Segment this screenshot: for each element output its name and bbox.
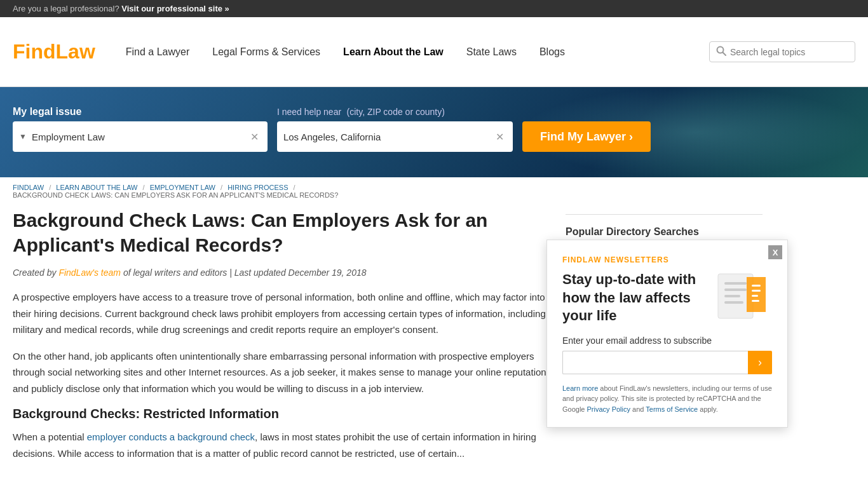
article-meta: Created by FindLaw's team of legal write… (13, 268, 553, 278)
chevron-down-icon[interactable]: ▼ (19, 132, 27, 141)
main-layout: Background Check Laws: Can Employers Ask… (0, 201, 868, 484)
article-body: A prospective employers have access to a… (13, 289, 553, 461)
top-banner: Are you a legal professional? Visit our … (0, 0, 868, 17)
article-title: Background Check Laws: Can Employers Ask… (13, 208, 553, 257)
svg-marker-7 (747, 277, 766, 312)
svg-rect-4 (724, 288, 747, 291)
site-header: FindLaw Find a Lawyer Legal Forms & Serv… (0, 17, 868, 87)
legal-issue-input[interactable] (32, 132, 248, 142)
section-heading: Background Checks: Restricted Informatio… (13, 407, 553, 421)
svg-line-1 (723, 53, 726, 56)
svg-rect-5 (724, 295, 740, 297)
subscribe-button[interactable]: › (748, 351, 772, 374)
location-input-wrapper: ✕ (277, 121, 513, 152)
lawyer-search-form: My legal issue ▼ ✕ I need help near (cit… (13, 106, 585, 152)
nav-blogs[interactable]: Blogs (528, 46, 576, 58)
newsletter-icon (715, 271, 772, 323)
legal-issue-input-wrapper: ▼ ✕ (13, 121, 268, 152)
nav-state-laws[interactable]: State Laws (455, 46, 528, 58)
breadcrumb: FINDLAW / LEARN ABOUT THE LAW / EMPLOYME… (0, 177, 868, 201)
sidebar-divider (566, 214, 763, 215)
professional-site-link[interactable]: Visit our professional site » (121, 4, 229, 13)
subscribe-label: Enter your email address to subscribe (562, 336, 772, 346)
content-area: Background Check Laws: Can Employers Ask… (13, 208, 566, 471)
search-input[interactable] (730, 47, 848, 57)
legal-issue-field: My legal issue ▼ ✕ (13, 106, 268, 152)
search-box (709, 41, 855, 62)
email-input[interactable] (562, 351, 748, 374)
legal-issue-label: My legal issue (13, 106, 268, 118)
svg-rect-11 (752, 300, 759, 302)
svg-rect-10 (752, 295, 758, 297)
background-check-link[interactable]: employer conducts a background check (87, 431, 255, 442)
clear-issue-button[interactable]: ✕ (248, 130, 261, 144)
newsletter-inner: Stay up-to-date with how the law affects… (562, 271, 772, 325)
sidebar: Popular Directory Searches Discriminatio… (566, 208, 763, 471)
nav-learn-law[interactable]: Learn About the Law (332, 46, 455, 58)
privacy-policy-link[interactable]: Privacy Policy (587, 405, 630, 413)
nav-legal-forms[interactable]: Legal Forms & Services (201, 46, 332, 58)
breadcrumb-current: BACKGROUND CHECK LAWS: CAN EMPLOYERS ASK… (13, 191, 338, 199)
find-lawyer-button[interactable]: Find My Lawyer › (522, 121, 651, 152)
author-link[interactable]: FindLaw's team (58, 268, 121, 278)
location-input[interactable] (283, 132, 493, 142)
findlaw-logo[interactable]: FindLaw (13, 40, 95, 64)
popular-searches-title: Popular Directory Searches (566, 226, 763, 238)
hero-section: My legal issue ▼ ✕ I need help near (cit… (0, 87, 868, 177)
breadcrumb-learn-law[interactable]: LEARN ABOUT THE LAW (56, 184, 137, 191)
body-paragraph-3: When a potential employer conducts a bac… (13, 429, 553, 461)
main-nav: Find a Lawyer Legal Forms & Services Lea… (114, 46, 696, 58)
newsletter-heading: Stay up-to-date with how the law affects… (562, 271, 707, 325)
location-field: I need help near (city, ZIP code or coun… (277, 106, 513, 152)
search-icon (716, 46, 726, 58)
email-row: › (562, 351, 772, 374)
newsletter-label: FINDLAW NEWSLETTERS (562, 255, 772, 264)
clear-location-button[interactable]: ✕ (493, 130, 506, 144)
tos-link[interactable]: Terms of Service (646, 405, 698, 413)
breadcrumb-hiring-process[interactable]: HIRING PROCESS (227, 184, 288, 191)
breadcrumb-findlaw[interactable]: FINDLAW (13, 184, 44, 191)
svg-rect-6 (724, 301, 743, 304)
newsletter-close-button[interactable]: X (768, 245, 782, 259)
learn-more-link[interactable]: Learn more (562, 384, 598, 392)
nav-find-lawyer[interactable]: Find a Lawyer (114, 46, 201, 58)
svg-rect-9 (752, 290, 761, 292)
banner-text: Are you a legal professional? (13, 4, 119, 13)
location-label: I need help near (city, ZIP code or coun… (277, 106, 513, 118)
fine-print: Learn more about FindLaw's newsletters, … (562, 383, 772, 415)
body-paragraph-1: A prospective employers have access to a… (13, 289, 553, 338)
svg-rect-8 (752, 285, 761, 287)
newsletter-popup: X FINDLAW NEWSLETTERS Stay up-to-date wi… (546, 240, 788, 428)
svg-rect-3 (724, 282, 747, 285)
breadcrumb-employment-law[interactable]: EMPLOYMENT LAW (150, 184, 215, 191)
body-paragraph-2: On the other hand, job applicants often … (13, 348, 553, 397)
